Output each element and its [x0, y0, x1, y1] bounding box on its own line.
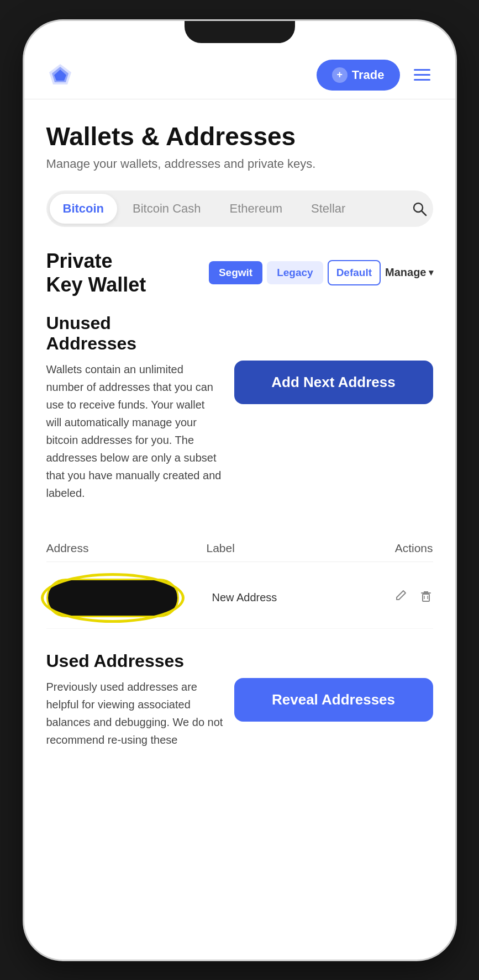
tab-bitcoin[interactable]: Bitcoin — [50, 194, 118, 224]
phone-outer: + Trade Wallets & Addresses Manage your … — [24, 21, 455, 960]
yellow-circle-highlight — [41, 573, 185, 623]
actions-cell — [367, 589, 433, 607]
legacy-button[interactable]: Legacy — [267, 261, 323, 284]
wallet-header: PrivateKey Wallet Segwit Legacy Default … — [46, 249, 433, 296]
tab-stellar[interactable]: Stellar — [298, 194, 359, 224]
header: + Trade — [24, 49, 455, 99]
unused-addresses-title: UnusedAddresses — [46, 313, 433, 354]
address-label: New Address — [207, 591, 367, 604]
tab-ethereum[interactable]: Ethereum — [217, 194, 296, 224]
col-header-actions: Actions — [367, 542, 433, 555]
table-row: New Address — [46, 568, 433, 629]
col-header-address: Address — [46, 542, 207, 555]
hamburger-line-2 — [414, 74, 430, 76]
logo-icon — [46, 61, 74, 89]
page-title: Wallets & Addresses — [46, 121, 433, 151]
wallet-actions: Segwit Legacy Default Manage ▾ — [209, 260, 433, 285]
address-redacted — [46, 579, 179, 617]
address-cell — [46, 579, 207, 617]
phone-screen: + Trade Wallets & Addresses Manage your … — [24, 21, 455, 960]
phone-frame: + Trade Wallets & Addresses Manage your … — [0, 0, 479, 980]
unused-addresses-section: UnusedAddresses Wallets contain an unlim… — [46, 313, 433, 629]
chevron-down-icon: ▾ — [429, 267, 433, 278]
unused-addresses-desc: Wallets contain an unlimited number of a… — [46, 361, 223, 502]
logo — [46, 61, 74, 89]
tabs-container: Bitcoin Bitcoin Cash Ethereum Stellar — [46, 190, 433, 227]
screen-content: + Trade Wallets & Addresses Manage your … — [24, 49, 455, 960]
notch — [185, 21, 295, 43]
col-header-label: Label — [207, 542, 367, 555]
used-addresses-desc: Previously used addresses are helpful fo… — [46, 678, 223, 749]
svg-rect-5 — [423, 594, 429, 601]
svg-line-4 — [422, 211, 426, 215]
hamburger-menu[interactable] — [411, 66, 433, 83]
manage-label: Manage — [385, 266, 426, 279]
delete-icon[interactable] — [419, 589, 433, 607]
edit-icon[interactable] — [393, 589, 408, 607]
trade-plus-icon: + — [332, 67, 348, 83]
manage-button[interactable]: Manage ▾ — [385, 266, 433, 279]
used-addresses-section: Used Addresses Previously used addresses… — [46, 651, 433, 749]
page-content: Wallets & Addresses Manage your wallets,… — [24, 99, 455, 771]
reveal-addresses-button[interactable]: Reveal Addresses — [234, 678, 433, 722]
default-button[interactable]: Default — [328, 260, 381, 285]
add-address-row: Add Next Address — [234, 361, 433, 404]
hamburger-line-3 — [414, 79, 430, 81]
hamburger-line-1 — [414, 69, 430, 71]
reveal-row: Reveal Addresses — [234, 678, 433, 722]
search-tab-icon[interactable] — [409, 198, 430, 219]
tab-bitcoin-cash[interactable]: Bitcoin Cash — [119, 194, 214, 224]
page-subtitle: Manage your wallets, addresses and priva… — [46, 157, 433, 171]
trade-button[interactable]: + Trade — [317, 60, 400, 91]
used-addresses-title: Used Addresses — [46, 651, 433, 671]
add-next-address-button[interactable]: Add Next Address — [234, 361, 433, 404]
wallet-title: PrivateKey Wallet — [46, 249, 146, 296]
segwit-button[interactable]: Segwit — [209, 261, 262, 284]
trade-label: Trade — [352, 68, 385, 82]
address-table-header: Address Label Actions — [46, 535, 433, 562]
header-right: + Trade — [317, 60, 433, 91]
